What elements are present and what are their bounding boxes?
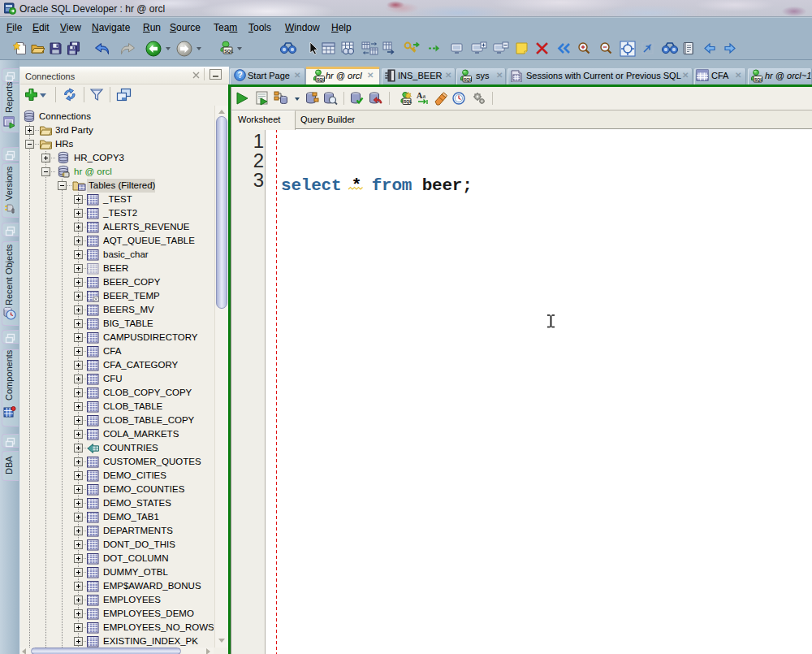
svg-text:SQL: SQL bbox=[317, 77, 325, 82]
svg-text:SQL: SQL bbox=[754, 77, 762, 82]
svg-text:SQL: SQL bbox=[224, 49, 234, 54]
svg-text:SQL: SQL bbox=[404, 99, 412, 104]
svg-text:?: ? bbox=[238, 71, 243, 80]
svg-text:a: a bbox=[423, 93, 426, 100]
svg-text:SQL: SQL bbox=[464, 77, 472, 82]
